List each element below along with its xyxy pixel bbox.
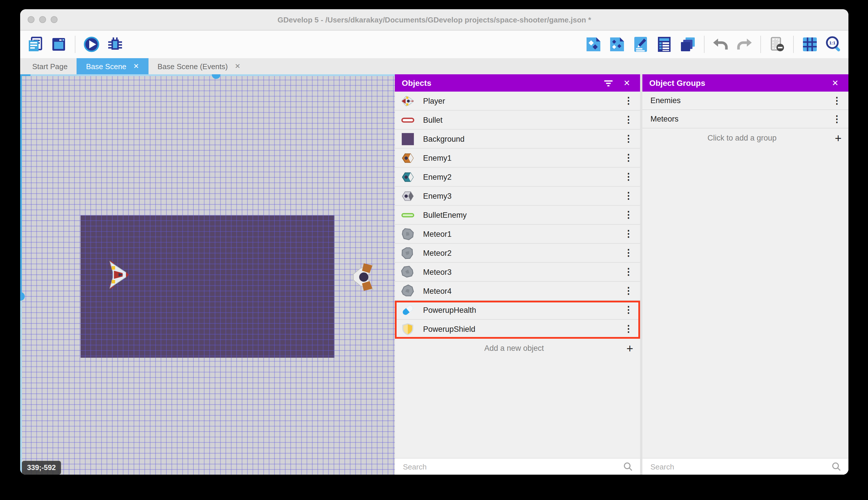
groups-panel-spacer (642, 147, 848, 458)
enemy1-ship-icon (401, 151, 414, 165)
close-panel-icon[interactable]: ✕ (621, 77, 633, 89)
undo-icon[interactable] (712, 35, 730, 54)
panel-divider[interactable] (640, 74, 642, 475)
object-row-enemy3[interactable]: Enemy3 ⋮ (395, 186, 640, 206)
group-row-enemies[interactable]: Enemies ⋮ (642, 92, 848, 110)
grid-icon[interactable] (801, 35, 819, 54)
row-menu-icon[interactable]: ⋮ (624, 115, 633, 124)
vertical-scrollbar[interactable] (20, 74, 22, 475)
object-row-powieruphealth[interactable]: PowerupHealth ⋮ (395, 301, 640, 320)
instances-list-icon[interactable] (655, 35, 673, 54)
object-row-player[interactable]: Player ⋮ (395, 92, 640, 111)
minimize-window-button[interactable] (39, 16, 46, 23)
close-tab-icon[interactable]: ✕ (133, 62, 139, 70)
enemy-ship-sprite[interactable] (349, 263, 374, 292)
objects-panel-spacer (395, 358, 640, 458)
tab-label: Base Scene (Events) (157, 62, 228, 70)
object-label: Meteor2 (423, 249, 624, 257)
render-options-icon[interactable] (768, 35, 786, 54)
row-menu-icon[interactable]: ⋮ (624, 286, 633, 296)
objects-list: Player ⋮ Bullet ⋮ (395, 92, 640, 339)
properties-icon[interactable] (631, 35, 650, 54)
horizontal-scrollbar[interactable] (20, 74, 395, 76)
tab-base-scene-events[interactable]: Base Scene (Events) ✕ (148, 58, 249, 74)
object-row-powerupshield[interactable]: PowerupShield ⋮ (395, 320, 640, 339)
object-label: Enemy1 (423, 154, 624, 162)
object-groups-editor-icon[interactable] (608, 35, 626, 54)
object-label: Enemy2 (423, 172, 624, 181)
title-bar: GDevelop 5 - /Users/dkarakay/Documents/G… (20, 9, 848, 31)
groups-search-input[interactable] (649, 462, 831, 471)
row-menu-icon[interactable]: ⋮ (624, 248, 633, 258)
row-menu-icon[interactable]: ⋮ (624, 172, 633, 181)
object-row-bullet[interactable]: Bullet ⋮ (395, 111, 640, 129)
object-label: PowerupShield (423, 325, 624, 333)
row-menu-icon[interactable]: ⋮ (624, 210, 633, 219)
group-label: Enemies (650, 96, 832, 105)
object-row-meteor3[interactable]: Meteor3 ⋮ (395, 263, 640, 282)
add-object-label: Add a new object (402, 344, 626, 353)
zoom-window-button[interactable] (51, 16, 58, 23)
group-row-meteors[interactable]: Meteors ⋮ (642, 110, 848, 128)
plus-icon[interactable]: + (626, 342, 633, 354)
row-menu-icon[interactable]: ⋮ (832, 114, 842, 124)
vertical-scrollbar-fill (20, 74, 22, 296)
toolbar-separator (760, 36, 761, 53)
svg-text:1:1: 1:1 (829, 40, 835, 45)
play-icon[interactable] (82, 35, 101, 54)
layers-icon[interactable] (679, 35, 697, 54)
toolbar-right-group: 1:1 (584, 35, 843, 54)
player-ship-icon (401, 94, 414, 108)
row-menu-icon[interactable]: ⋮ (624, 153, 633, 162)
tab-label: Start Page (32, 62, 68, 70)
vertical-scrollbar-thumb[interactable] (20, 292, 25, 301)
close-panel-icon[interactable]: ✕ (829, 77, 842, 89)
object-row-meteor1[interactable]: Meteor1 ⋮ (395, 225, 640, 244)
object-row-bulletenemy[interactable]: BulletEnemy ⋮ (395, 206, 640, 225)
row-menu-icon[interactable]: ⋮ (624, 229, 633, 238)
object-label: Bullet (423, 115, 624, 124)
plus-icon[interactable]: + (835, 132, 842, 144)
object-label: Player (423, 96, 624, 105)
toolbar-separator (704, 36, 705, 53)
horizontal-scrollbar-thumb[interactable] (212, 74, 221, 79)
row-menu-icon[interactable]: ⋮ (624, 305, 633, 315)
row-menu-icon[interactable]: ⋮ (832, 96, 842, 105)
tab-base-scene[interactable]: Base Scene ✕ (77, 58, 148, 74)
filter-icon[interactable] (602, 77, 615, 89)
objects-panel: Objects ✕ (395, 74, 640, 475)
groups-list: Enemies ⋮ Meteors ⋮ (642, 92, 848, 128)
gdevelop-window: GDevelop 5 - /Users/dkarakay/Documents/G… (20, 9, 848, 475)
tab-start-page[interactable]: Start Page (23, 58, 77, 74)
object-groups-panel: Object Groups ✕ Enemies ⋮ Meteors ⋮ Clic… (642, 74, 848, 475)
row-menu-icon[interactable]: ⋮ (624, 324, 633, 333)
add-object-row[interactable]: Add a new object + (395, 339, 640, 358)
objects-search-input[interactable] (402, 462, 623, 471)
enemy3-ship-icon (401, 189, 414, 203)
row-menu-icon[interactable]: ⋮ (624, 267, 633, 276)
row-menu-icon[interactable]: ⋮ (624, 96, 633, 105)
preview-window-icon[interactable] (49, 35, 68, 54)
close-window-button[interactable] (28, 16, 35, 23)
meteor-icon (401, 227, 414, 241)
zoom-1-1-icon[interactable]: 1:1 (824, 35, 843, 54)
object-row-enemy1[interactable]: Enemy1 ⋮ (395, 149, 640, 168)
objects-editor-icon[interactable] (584, 35, 603, 54)
redo-icon[interactable] (735, 35, 753, 54)
object-row-meteor2[interactable]: Meteor2 ⋮ (395, 244, 640, 263)
player-ship-sprite[interactable] (107, 260, 129, 289)
background-swatch-icon (401, 132, 414, 146)
row-menu-icon[interactable]: ⋮ (624, 134, 633, 144)
project-manager-icon[interactable] (26, 35, 44, 54)
object-row-enemy2[interactable]: Enemy2 ⋮ (395, 168, 640, 186)
row-menu-icon[interactable]: ⋮ (624, 191, 633, 201)
shield-icon (401, 322, 414, 336)
debug-icon[interactable] (106, 35, 124, 54)
scene-canvas[interactable]: 339;-592 (20, 74, 395, 475)
add-group-row[interactable]: Click to add a group + (642, 128, 848, 147)
meteor-icon (399, 263, 417, 281)
enemy2-ship-icon (401, 170, 414, 184)
object-row-background[interactable]: Background ⋮ (395, 129, 640, 149)
object-row-meteor4[interactable]: Meteor4 ⋮ (395, 282, 640, 301)
close-tab-icon[interactable]: ✕ (235, 62, 240, 70)
